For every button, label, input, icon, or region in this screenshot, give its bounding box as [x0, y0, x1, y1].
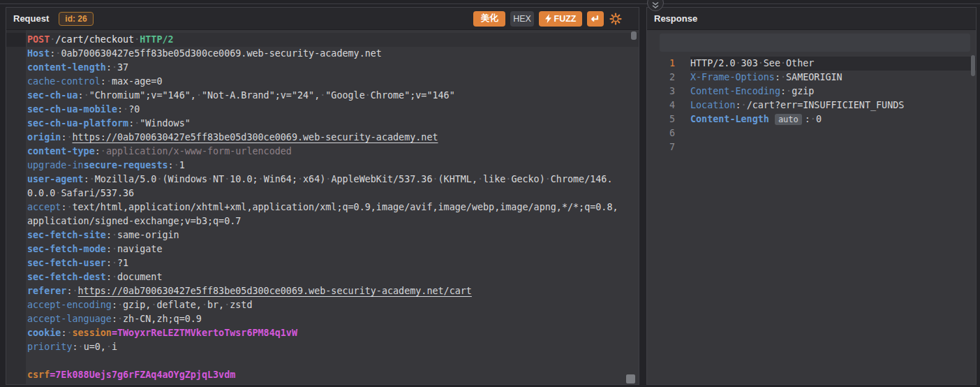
code-line[interactable]: referer:·https://0ab700630427e5ff83be05d…	[27, 284, 639, 298]
code-line[interactable]: sec-ch-ua:·"Chromium";v="146",·"Not-A.Br…	[27, 89, 639, 103]
line-number: 4	[647, 98, 675, 112]
response-header: Response	[647, 8, 976, 30]
request-editor[interactable]: POST·/cart/checkout·HTTP/2Host:·0ab70063…	[6, 30, 639, 384]
code-token: 0ab700630427e5ff83be05d300ce0069.web-sec…	[61, 48, 382, 59]
hex-button[interactable]: HEX	[510, 11, 534, 27]
request-vertical-scrollbar[interactable]	[631, 31, 637, 40]
line-content: sec-ch-ua-mobile:·?0	[27, 103, 639, 117]
code-line[interactable]: origin:·https://0ab700630427e5ff83be05d3…	[27, 131, 639, 145]
line-content: sec-fetch-user:·?1	[27, 256, 639, 270]
code-token: ·	[117, 314, 123, 324]
code-token: ·	[112, 62, 117, 73]
code-token: ·	[123, 104, 128, 115]
code-token: :	[805, 114, 810, 124]
fuzz-button[interactable]: FUZZ	[539, 11, 582, 27]
code-line[interactable]: sec-fetch-mode:·navigate	[27, 242, 639, 256]
code-line[interactable]: 7	[647, 140, 976, 154]
code-line[interactable]: sec-fetch-user:·?1	[27, 256, 639, 270]
settings-gear-icon[interactable]	[609, 12, 622, 25]
code-token: ·	[365, 90, 371, 101]
code-token: gzip,	[123, 300, 151, 310]
code-token: ·	[89, 174, 95, 184]
code-token: Content-Length	[690, 114, 769, 124]
line-content: user-agent:·Mozilla/5.0·(Windows·NT·10.0…	[27, 173, 639, 187]
newline-button[interactable]: ↵	[587, 11, 604, 27]
code-token: ?0	[128, 104, 140, 115]
response-title: Response	[654, 13, 697, 24]
code-token: (KHTML,	[438, 174, 477, 184]
code-token: :	[95, 146, 101, 156]
code-token: ·	[106, 76, 112, 87]
chevron-double-down-icon	[651, 2, 660, 9]
line-content: sec-fetch-site:·same-origin	[27, 228, 639, 242]
request-editor-gutter	[6, 30, 26, 384]
code-token: ·	[202, 300, 207, 310]
code-line[interactable]: cache-control:·max-age=0	[27, 75, 639, 89]
code-line[interactable]: accept-encoding:·gzip,·deflate,·br,·zstd	[27, 298, 639, 312]
code-line[interactable]: 4Location:·/cart?err=INSUFFICIENT_FUNDS	[647, 98, 976, 112]
line-content: referer:·https://0ab700630427e5ff83be05d…	[27, 284, 639, 298]
code-line[interactable]: sec-fetch-dest:·document	[27, 270, 639, 284]
code-line[interactable]: 6	[647, 126, 976, 140]
code-line[interactable]: POST·/cart/checkout·HTTP/2	[27, 33, 639, 47]
response-empty-bar	[660, 34, 970, 52]
line-content: content-type:·application/x-www-form-url…	[27, 145, 639, 159]
code-token: csrf	[27, 370, 50, 380]
code-token: ·	[73, 286, 78, 296]
line-content: content-length:·37	[27, 61, 639, 75]
code-line[interactable]: 0.0.0·Safari/537.36	[27, 187, 639, 200]
code-token: i	[112, 342, 117, 352]
code-line[interactable]: 2X-Frame-Options:·SAMEORIGIN	[647, 71, 976, 85]
code-token: https://0ab700630427e5ff83be05d300ce0069…	[78, 286, 472, 296]
code-line[interactable]: priority:·u=0,·i	[27, 340, 639, 354]
code-token: ·	[174, 160, 179, 170]
line-content: Content-Encoding:·gzip	[690, 85, 976, 98]
code-line[interactable]: csrf=7Ek088Uejs7g6rFZAq4aOYgZpjqL3vdm	[27, 368, 639, 382]
line-content	[27, 354, 639, 368]
code-line[interactable]: 3Content-Encoding:·gzip	[647, 85, 976, 98]
code-line[interactable]: sec-ch-ua-mobile:·?0	[27, 103, 639, 117]
code-line[interactable]	[27, 354, 639, 368]
line-content: accept-encoding:·gzip,·deflate,·br,·zstd	[27, 298, 639, 312]
code-token: :	[128, 118, 134, 129]
beautify-button[interactable]: 美化	[473, 11, 505, 27]
response-panel: Response 1HTTP/2.0·303·See·Other2X-Frame…	[646, 7, 977, 385]
code-line[interactable]: accept:·text/html,application/xhtml+xml,…	[27, 200, 639, 214]
code-line[interactable]: 1HTTP/2.0·303·See·Other	[647, 57, 976, 71]
code-token: ·	[786, 86, 792, 96]
code-token: ·	[780, 58, 786, 68]
code-token: upgrade-in	[27, 160, 84, 170]
code-line[interactable]: application/signed-exchange;v=b3;q=0.7	[27, 214, 639, 228]
code-line[interactable]: Host:·0ab700630427e5ff83be05d300ce0069.w…	[27, 47, 639, 61]
code-token: priority	[27, 342, 73, 352]
code-token: https://0ab700630427e5ff83be05d300ce0069…	[73, 132, 438, 143]
code-token: POST	[27, 34, 50, 45]
code-token: :	[106, 230, 112, 240]
request-scrollbar-corner[interactable]	[626, 374, 635, 384]
code-token: gzip	[792, 86, 814, 96]
code-line[interactable]: sec-fetch-site:·same-origin	[27, 228, 639, 242]
code-line[interactable]: cookie:·session=TWoyxrReLEZTMVkertoTwsr6…	[27, 326, 639, 340]
code-token: accept-language	[27, 314, 112, 324]
code-token: sec-fetch-mode	[27, 244, 106, 254]
code-token: ·	[112, 230, 117, 240]
code-token: HTTP/2.0	[690, 58, 736, 68]
code-line[interactable]: content-length:·37	[27, 61, 639, 75]
response-vertical-scrollbar[interactable]	[971, 55, 975, 76]
code-line[interactable]: content-type:·application/x-www-form-url…	[27, 145, 639, 159]
code-line[interactable]: 5Content-Lengthauto:·0	[647, 112, 976, 126]
code-token: :	[112, 300, 117, 310]
code-token: secure-requests	[84, 160, 168, 170]
code-token: :	[101, 76, 106, 87]
code-line[interactable]: user-agent:·Mozilla/5.0·(Windows·NT·10.0…	[27, 173, 639, 187]
code-token: "Chromium";v="146",	[89, 90, 196, 101]
line-content: application/signed-exchange;v=b3;q=0.7	[27, 214, 639, 228]
code-line[interactable]: sec-ch-ua-platform:·"Windows"	[27, 117, 639, 131]
code-line[interactable]: upgrade-insecure-requests:·1	[27, 159, 639, 173]
response-editor[interactable]: 1HTTP/2.0·303·See·Other2X-Frame-Options:…	[647, 30, 976, 384]
code-line[interactable]: accept-language:·zh-CN,zh;q=0.9	[27, 312, 639, 326]
code-token: zstd	[230, 300, 252, 310]
code-token: ·	[196, 90, 202, 101]
request-code: POST·/cart/checkout·HTTP/2Host:·0ab70063…	[27, 30, 639, 382]
code-token: content-length	[27, 62, 106, 73]
